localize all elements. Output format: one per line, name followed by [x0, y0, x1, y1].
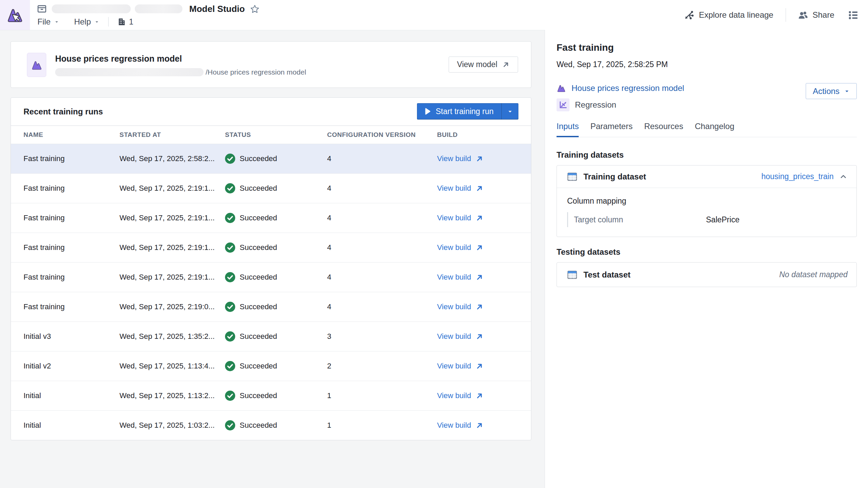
test-dataset-card: Test dataset No dataset mapped	[557, 262, 857, 287]
status-label: Succeeded	[240, 332, 277, 341]
testing-datasets-heading: Testing datasets	[557, 247, 857, 257]
view-build-link[interactable]: View build	[437, 362, 483, 371]
table-row[interactable]: Fast training Wed, Sep 17, 2025, 2:19:1.…	[11, 233, 531, 262]
run-name: Initial v2	[23, 362, 119, 371]
view-build-link[interactable]: View build	[437, 332, 483, 341]
run-name: Fast training	[23, 214, 119, 222]
help-menu[interactable]: Help	[74, 17, 99, 27]
success-check-icon	[225, 272, 235, 282]
run-started-at: Wed, Sep 17, 2025, 1:03:2...	[119, 421, 225, 430]
table-row[interactable]: Initial v2 Wed, Sep 17, 2025, 1:13:4... …	[11, 351, 531, 381]
run-detail-title: Fast training	[557, 42, 857, 53]
training-dataset-header[interactable]: Training dataset housing_prices_train	[557, 166, 856, 188]
table-row[interactable]: Initial Wed, Sep 17, 2025, 1:13:2... Suc…	[11, 381, 531, 410]
top-bar: Model Studio File Help 1	[0, 0, 868, 30]
people-icon	[798, 10, 808, 20]
actions-button[interactable]: Actions	[806, 83, 857, 99]
page-title: Model Studio	[189, 4, 245, 14]
test-dataset-header[interactable]: Test dataset No dataset mapped	[557, 263, 856, 287]
divider	[108, 17, 109, 27]
success-check-icon	[225, 391, 235, 401]
arrow-top-right-icon	[476, 273, 483, 281]
run-started-at: Wed, Sep 17, 2025, 1:13:2...	[119, 391, 225, 400]
menu-bar: File Help 1	[37, 16, 133, 28]
view-build-link[interactable]: View build	[437, 184, 483, 193]
run-detail-panel: Fast training Wed, Sep 17, 2025, 2:58:25…	[545, 30, 868, 488]
view-build-link[interactable]: View build	[437, 243, 483, 252]
view-build-link[interactable]: View build	[437, 421, 483, 430]
office-icon	[117, 18, 126, 26]
branch-selector[interactable]: 1	[117, 17, 133, 27]
star-icon[interactable]	[250, 4, 259, 14]
runs-table-header: NAME STARTED AT STATUS CONFIGURATION VER…	[11, 125, 531, 144]
model-link[interactable]: House prices regression model	[572, 83, 684, 93]
run-started-at: Wed, Sep 17, 2025, 2:58:2...	[119, 154, 225, 163]
model-title: House prices regression model	[55, 54, 182, 64]
table-row[interactable]: Fast training Wed, Sep 17, 2025, 2:19:1.…	[11, 262, 531, 292]
model-summary-card: House prices regression model /House pri…	[11, 41, 531, 88]
runs-table-body: Fast training Wed, Sep 17, 2025, 2:58:2.…	[11, 144, 531, 440]
run-status: Succeeded	[225, 361, 327, 371]
tab-changelog[interactable]: Changelog	[695, 122, 734, 137]
column-header-name: NAME	[23, 131, 119, 139]
success-check-icon	[225, 302, 235, 312]
view-model-button[interactable]: View model	[449, 57, 518, 73]
run-name: Fast training	[23, 154, 119, 163]
overflow-menu-button[interactable]	[848, 10, 858, 20]
caret-down-icon	[844, 89, 850, 94]
table-row[interactable]: Initial v3 Wed, Sep 17, 2025, 1:35:2... …	[11, 321, 531, 351]
divider	[786, 8, 786, 22]
view-build-link[interactable]: View build	[437, 302, 483, 311]
run-started-at: Wed, Sep 17, 2025, 2:19:1...	[119, 184, 225, 193]
run-config-version: 4	[327, 154, 437, 163]
redacted-folder-name	[135, 4, 182, 13]
start-training-run-button[interactable]: Start training run	[417, 103, 501, 120]
run-started-at: Wed, Sep 17, 2025, 2:19:1...	[119, 214, 225, 222]
status-label: Succeeded	[240, 391, 277, 400]
arrow-top-right-icon	[476, 155, 483, 163]
explore-data-lineage-button[interactable]: Explore data lineage	[684, 10, 773, 20]
column-header-started-at: STARTED AT	[119, 131, 225, 139]
column-header-configuration-version: CONFIGURATION VERSION	[327, 131, 437, 139]
run-started-at: Wed, Sep 17, 2025, 2:19:0...	[119, 302, 225, 311]
success-check-icon	[225, 361, 235, 371]
view-build-link[interactable]: View build	[437, 273, 483, 282]
tab-inputs[interactable]: Inputs	[557, 122, 579, 137]
view-build-link[interactable]: View build	[437, 214, 483, 222]
table-row[interactable]: Initial Wed, Sep 17, 2025, 1:03:2... Suc…	[11, 410, 531, 440]
run-status: Succeeded	[225, 391, 327, 401]
table-row[interactable]: Fast training Wed, Sep 17, 2025, 2:58:2.…	[11, 144, 531, 173]
view-build-link[interactable]: View build	[437, 154, 483, 163]
arrow-top-right-icon	[502, 61, 510, 68]
start-training-run-dropdown[interactable]	[502, 103, 518, 120]
tab-parameters[interactable]: Parameters	[590, 122, 632, 137]
view-build-link[interactable]: View build	[437, 391, 483, 400]
run-config-version: 4	[327, 302, 437, 311]
runs-header: Recent training runs Start training run	[11, 98, 531, 125]
file-menu[interactable]: File	[37, 17, 59, 27]
arrow-top-right-icon	[476, 185, 483, 192]
status-label: Succeeded	[240, 154, 277, 163]
table-row[interactable]: Fast training Wed, Sep 17, 2025, 2:19:1.…	[11, 173, 531, 203]
tab-resources[interactable]: Resources	[644, 122, 683, 137]
table-row[interactable]: Fast training Wed, Sep 17, 2025, 2:19:1.…	[11, 203, 531, 233]
run-config-version: 4	[327, 273, 437, 282]
status-label: Succeeded	[240, 243, 277, 252]
success-check-icon	[225, 331, 235, 342]
run-config-version: 4	[327, 184, 437, 193]
column-header-status: STATUS	[225, 131, 327, 139]
table-row[interactable]: Fast training Wed, Sep 17, 2025, 2:19:0.…	[11, 292, 531, 321]
run-name: Initial	[23, 421, 119, 430]
model-mountain-icon	[557, 83, 566, 93]
run-name: Fast training	[23, 184, 119, 193]
share-button[interactable]: Share	[798, 10, 834, 20]
table-icon	[567, 172, 577, 182]
box-icon	[37, 4, 47, 14]
chevron-up-icon[interactable]	[839, 172, 848, 181]
run-status: Succeeded	[225, 302, 327, 312]
training-dataset-name-link[interactable]: housing_prices_train	[761, 172, 834, 181]
run-config-version: 2	[327, 362, 437, 371]
app-logo[interactable]	[0, 0, 30, 30]
success-check-icon	[225, 154, 235, 164]
arrow-top-right-icon	[476, 303, 483, 311]
